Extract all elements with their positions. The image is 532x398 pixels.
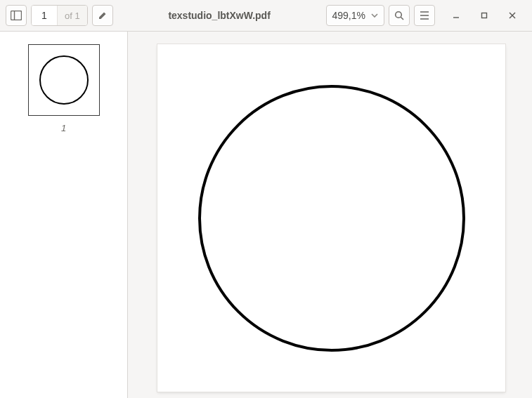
page-total-label: of 1: [57, 6, 87, 25]
svg-line-3: [401, 17, 403, 20]
search-icon: [394, 11, 405, 21]
zoom-value: 499,1%: [332, 10, 365, 21]
toggle-sidebar-button[interactable]: [6, 5, 27, 26]
thumbnail-sidebar: 1: [0, 32, 128, 398]
document-viewer[interactable]: [128, 32, 532, 398]
zoom-dropdown[interactable]: 499,1%: [326, 5, 384, 26]
page-thumbnail[interactable]: [28, 44, 100, 116]
document-title: texstudio_lbtXwW.pdf: [117, 10, 322, 21]
chevron-down-icon: [371, 13, 378, 18]
close-icon: [509, 12, 516, 19]
page-circle-graphic: [198, 85, 465, 352]
page-number-input[interactable]: [32, 6, 57, 25]
close-button[interactable]: [498, 5, 526, 26]
toolbar: of 1 texstudio_lbtXwW.pdf 499,1%: [0, 0, 532, 32]
thumbnail-circle-graphic: [39, 55, 89, 105]
menu-button[interactable]: [414, 5, 435, 26]
sidebar-icon: [11, 11, 22, 20]
svg-rect-8: [482, 13, 487, 18]
window-controls: [442, 5, 526, 26]
thumbnail-page-number: 1: [61, 123, 66, 133]
maximize-icon: [481, 12, 488, 19]
content-area: 1: [0, 32, 532, 398]
pdf-page: [157, 44, 505, 392]
svg-point-2: [395, 11, 401, 18]
hamburger-icon: [420, 11, 429, 20]
annotate-button[interactable]: [92, 5, 113, 26]
pencil-icon: [98, 11, 108, 20]
page-selector: of 1: [31, 5, 88, 26]
maximize-button[interactable]: [470, 5, 498, 26]
minimize-icon: [453, 12, 460, 19]
minimize-button[interactable]: [442, 5, 470, 26]
svg-rect-0: [11, 11, 22, 20]
search-button[interactable]: [389, 5, 410, 26]
